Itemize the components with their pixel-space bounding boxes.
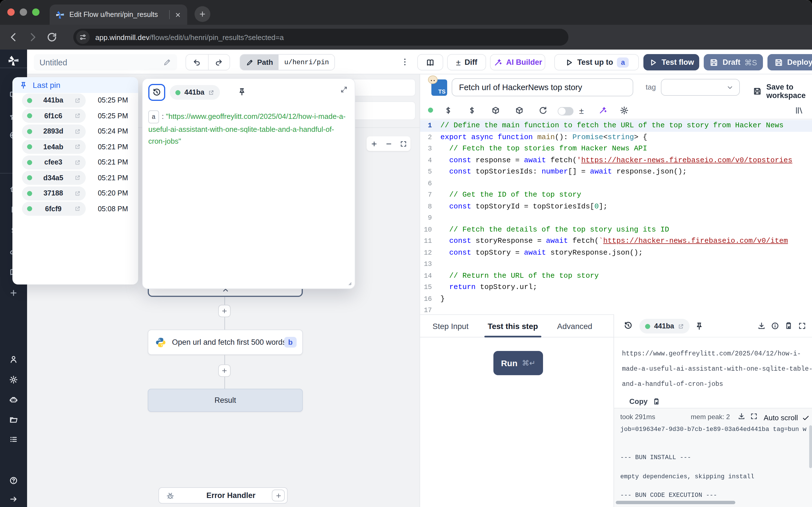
external-link-icon[interactable]: [74, 159, 81, 165]
pin-list-item[interactable]: 6fcf905:08 PM: [12, 202, 138, 216]
pin-id-pill[interactable]: 441ba: [22, 93, 86, 107]
zoom-in-icon[interactable]: [370, 140, 377, 147]
code-line[interactable]: 5 const topStoriesIds: number[] = await …: [420, 166, 812, 178]
run-button[interactable]: Run ⌘↵: [493, 351, 543, 375]
back-button[interactable]: [8, 32, 19, 43]
resources-icon[interactable]: [467, 106, 476, 115]
pin-list-item[interactable]: cfee305:21 PM: [12, 155, 138, 170]
site-settings-icon[interactable]: [76, 31, 90, 44]
new-tab-button[interactable]: [195, 6, 210, 22]
sidebar-item-logs[interactable]: [9, 435, 18, 444]
save-to-workspace-button[interactable]: Save to workspace: [753, 83, 812, 100]
result-node[interactable]: Result: [148, 389, 303, 412]
pin-icon[interactable]: [238, 87, 246, 96]
code-line[interactable]: 1// Define the main function to fetch th…: [420, 120, 812, 131]
undo-button[interactable]: [186, 55, 208, 70]
test-up-to-button[interactable]: Test up to a: [554, 54, 639, 70]
window-close-button[interactable]: [7, 8, 15, 16]
browser-tab[interactable]: Edit Flow u/henri/pin_results: [50, 4, 187, 25]
sidebar-item-settings[interactable]: [9, 375, 18, 384]
sidebar-item-account[interactable]: [9, 355, 18, 364]
pin-id-pill[interactable]: 6fcf9: [22, 202, 86, 216]
step-name-input[interactable]: Fetch url of HackerNews top story: [452, 78, 633, 96]
diff-button[interactable]: ±Diff: [447, 54, 486, 70]
more-options-icon[interactable]: [400, 57, 409, 66]
code-line[interactable]: 6: [420, 178, 812, 189]
history-icon[interactable]: [624, 321, 633, 330]
logs-panel[interactable]: took 291ms mem peak: 2 Auto scroll job=0…: [614, 408, 812, 507]
horizontal-scrollbar[interactable]: [616, 501, 735, 504]
pin-list-item[interactable]: 441ba05:25 PM: [12, 93, 138, 108]
library-icon[interactable]: [795, 106, 804, 115]
address-bar[interactable]: app.windmill.dev/flows/edit/u/henri/pin_…: [73, 29, 568, 46]
resize-grip-icon[interactable]: [346, 279, 352, 286]
editor-settings-icon[interactable]: [620, 106, 629, 115]
external-link-icon[interactable]: [74, 128, 81, 134]
vertical-scrollbar[interactable]: [809, 425, 812, 468]
add-step-button[interactable]: [218, 364, 231, 377]
pin-list-item[interactable]: 3718805:20 PM: [12, 186, 138, 201]
external-link-icon[interactable]: [74, 175, 81, 181]
tab-advanced[interactable]: Advanced: [557, 314, 592, 337]
external-link-icon[interactable]: [208, 89, 214, 96]
code-line[interactable]: 15 return topStory.url;: [420, 282, 812, 293]
sidebar-item-help[interactable]: [9, 476, 18, 485]
reload-button[interactable]: [46, 32, 57, 43]
pin-id-pill[interactable]: cfee3: [22, 155, 86, 169]
pin-list-item[interactable]: 2893d05:24 PM: [12, 124, 138, 138]
code-line[interactable]: 9: [420, 212, 812, 224]
dependencies-icon[interactable]: [491, 106, 500, 115]
external-link-icon[interactable]: [678, 323, 684, 329]
external-link-icon[interactable]: [74, 206, 81, 212]
zoom-out-icon[interactable]: [385, 140, 392, 147]
pin-list-item[interactable]: 6f1c605:25 PM: [12, 108, 138, 123]
code-line[interactable]: 2export async function main(): Promise<s…: [420, 131, 812, 143]
add-error-handler-button[interactable]: [272, 490, 285, 501]
tag-select[interactable]: [661, 79, 740, 96]
code-line[interactable]: 8 const topStoryId = topStoriesIds[0];: [420, 201, 812, 212]
flow-trigger-node[interactable]: [350, 101, 416, 120]
download-icon[interactable]: [757, 322, 766, 330]
pin-id-pill[interactable]: 1e4ab: [22, 140, 86, 154]
pin-id-pill[interactable]: 6f1c6: [22, 109, 86, 123]
sidebar-item-add[interactable]: [9, 288, 18, 297]
test-flow-button[interactable]: Test flow: [644, 54, 699, 70]
diff-toggle[interactable]: [558, 107, 573, 115]
pin-icon[interactable]: [695, 322, 704, 331]
forward-button[interactable]: [27, 32, 38, 43]
ai-builder-button[interactable]: AI Builder: [490, 54, 545, 70]
tab-step-input[interactable]: Step Input: [433, 314, 469, 337]
pin-id-pill[interactable]: d34a5: [22, 171, 86, 185]
code-line[interactable]: 4 const response = await fetch('https://…: [420, 155, 812, 166]
error-handler-node[interactable]: Error Handler: [158, 487, 288, 504]
expand-logs-icon[interactable]: [750, 412, 758, 420]
fullscreen-icon[interactable]: [798, 322, 806, 330]
external-link-icon[interactable]: [74, 190, 81, 196]
redo-button[interactable]: [208, 55, 230, 70]
external-link-icon[interactable]: [74, 97, 81, 103]
code-line[interactable]: 16}: [420, 293, 812, 305]
path-widget[interactable]: Path u/henri/pin: [240, 54, 335, 70]
flow-title-field[interactable]: Untitled: [34, 54, 177, 70]
code-line[interactable]: 14 // Return the URL of the top story: [420, 270, 812, 282]
history-button[interactable]: [148, 84, 165, 101]
lockfile-icon[interactable]: [515, 106, 524, 115]
code-line[interactable]: 7 // Get the ID of the top story: [420, 189, 812, 201]
window-zoom-button[interactable]: [32, 8, 40, 16]
info-icon[interactable]: [771, 322, 779, 330]
pin-id-pill[interactable]: 37188: [22, 186, 86, 200]
add-step-button[interactable]: [218, 305, 231, 317]
ai-wand-icon[interactable]: [598, 106, 607, 115]
auto-scroll-toggle[interactable]: Auto scroll: [764, 413, 810, 422]
code-line[interactable]: 12 const topStory = await storyResponse.…: [420, 247, 812, 259]
result-id-pill[interactable]: 441ba: [640, 319, 690, 334]
tab-close-icon[interactable]: [174, 11, 182, 18]
pin-list-item[interactable]: 1e4ab05:21 PM: [12, 139, 138, 154]
expand-icon[interactable]: [340, 86, 348, 94]
sidebar-item-folders[interactable]: [9, 415, 18, 424]
code-line[interactable]: 11 const storyResponse = await fetch(`ht…: [420, 235, 812, 247]
reset-icon[interactable]: [539, 106, 548, 115]
draft-button[interactable]: Draft⌘S: [704, 54, 763, 70]
code-line[interactable]: 10 // Fetch the details of the top story…: [420, 224, 812, 235]
flow-input-node[interactable]: [350, 79, 416, 96]
